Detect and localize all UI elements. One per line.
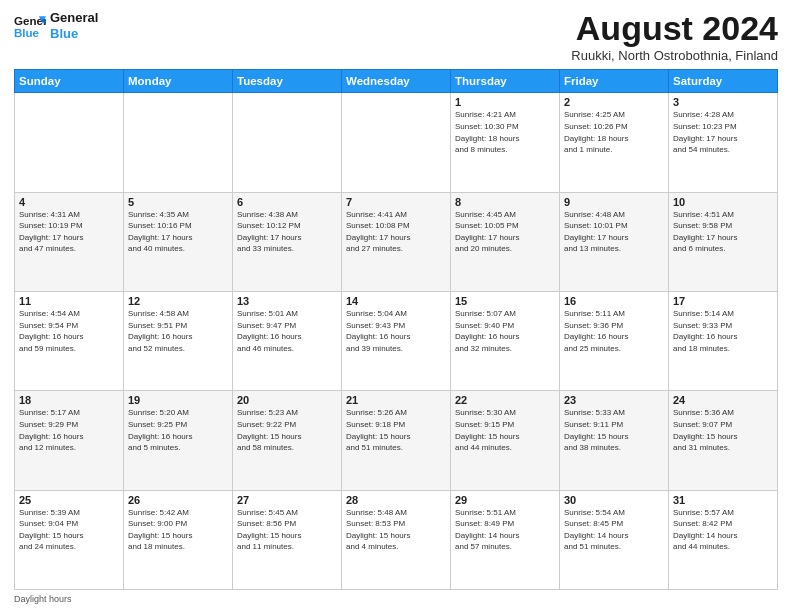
calendar-cell: 30Sunrise: 5:54 AM Sunset: 8:45 PM Dayli… (560, 490, 669, 589)
calendar-cell: 4Sunrise: 4:31 AM Sunset: 10:19 PM Dayli… (15, 192, 124, 291)
calendar-cell: 7Sunrise: 4:41 AM Sunset: 10:08 PM Dayli… (342, 192, 451, 291)
day-number: 15 (455, 295, 555, 307)
calendar-cell: 19Sunrise: 5:20 AM Sunset: 9:25 PM Dayli… (124, 391, 233, 490)
col-monday: Monday (124, 70, 233, 93)
day-number: 24 (673, 394, 773, 406)
calendar-cell: 20Sunrise: 5:23 AM Sunset: 9:22 PM Dayli… (233, 391, 342, 490)
calendar-cell (15, 93, 124, 192)
day-number: 14 (346, 295, 446, 307)
calendar-cell: 25Sunrise: 5:39 AM Sunset: 9:04 PM Dayli… (15, 490, 124, 589)
day-number: 27 (237, 494, 337, 506)
calendar-cell: 31Sunrise: 5:57 AM Sunset: 8:42 PM Dayli… (669, 490, 778, 589)
calendar-cell: 23Sunrise: 5:33 AM Sunset: 9:11 PM Dayli… (560, 391, 669, 490)
calendar-cell: 24Sunrise: 5:36 AM Sunset: 9:07 PM Dayli… (669, 391, 778, 490)
day-info: Sunrise: 5:14 AM Sunset: 9:33 PM Dayligh… (673, 308, 773, 354)
calendar-cell: 10Sunrise: 4:51 AM Sunset: 9:58 PM Dayli… (669, 192, 778, 291)
calendar-cell: 13Sunrise: 5:01 AM Sunset: 9:47 PM Dayli… (233, 292, 342, 391)
logo-text-blue: Blue (50, 26, 98, 42)
calendar-cell: 22Sunrise: 5:30 AM Sunset: 9:15 PM Dayli… (451, 391, 560, 490)
day-info: Sunrise: 5:23 AM Sunset: 9:22 PM Dayligh… (237, 407, 337, 453)
month-title: August 2024 (571, 10, 778, 47)
logo: General Blue General Blue (14, 10, 98, 41)
day-number: 17 (673, 295, 773, 307)
calendar-table: Sunday Monday Tuesday Wednesday Thursday… (14, 69, 778, 590)
day-info: Sunrise: 5:04 AM Sunset: 9:43 PM Dayligh… (346, 308, 446, 354)
day-info: Sunrise: 5:30 AM Sunset: 9:15 PM Dayligh… (455, 407, 555, 453)
day-info: Sunrise: 5:36 AM Sunset: 9:07 PM Dayligh… (673, 407, 773, 453)
calendar-row-4: 25Sunrise: 5:39 AM Sunset: 9:04 PM Dayli… (15, 490, 778, 589)
calendar-cell: 21Sunrise: 5:26 AM Sunset: 9:18 PM Dayli… (342, 391, 451, 490)
day-number: 19 (128, 394, 228, 406)
day-info: Sunrise: 5:20 AM Sunset: 9:25 PM Dayligh… (128, 407, 228, 453)
calendar-cell: 12Sunrise: 4:58 AM Sunset: 9:51 PM Dayli… (124, 292, 233, 391)
day-info: Sunrise: 4:31 AM Sunset: 10:19 PM Daylig… (19, 209, 119, 255)
calendar-cell (124, 93, 233, 192)
calendar-cell: 8Sunrise: 4:45 AM Sunset: 10:05 PM Dayli… (451, 192, 560, 291)
calendar-row-1: 4Sunrise: 4:31 AM Sunset: 10:19 PM Dayli… (15, 192, 778, 291)
day-info: Sunrise: 5:33 AM Sunset: 9:11 PM Dayligh… (564, 407, 664, 453)
day-number: 20 (237, 394, 337, 406)
calendar-cell (342, 93, 451, 192)
day-number: 30 (564, 494, 664, 506)
day-number: 5 (128, 196, 228, 208)
calendar-cell: 6Sunrise: 4:38 AM Sunset: 10:12 PM Dayli… (233, 192, 342, 291)
day-info: Sunrise: 4:48 AM Sunset: 10:01 PM Daylig… (564, 209, 664, 255)
col-wednesday: Wednesday (342, 70, 451, 93)
footer-note: Daylight hours (14, 594, 778, 604)
day-number: 6 (237, 196, 337, 208)
day-info: Sunrise: 5:17 AM Sunset: 9:29 PM Dayligh… (19, 407, 119, 453)
day-info: Sunrise: 4:41 AM Sunset: 10:08 PM Daylig… (346, 209, 446, 255)
header: General Blue General Blue August 2024 Ru… (14, 10, 778, 63)
calendar-cell: 1Sunrise: 4:21 AM Sunset: 10:30 PM Dayli… (451, 93, 560, 192)
col-sunday: Sunday (15, 70, 124, 93)
day-info: Sunrise: 5:48 AM Sunset: 8:53 PM Dayligh… (346, 507, 446, 553)
calendar-cell: 14Sunrise: 5:04 AM Sunset: 9:43 PM Dayli… (342, 292, 451, 391)
calendar-body: 1Sunrise: 4:21 AM Sunset: 10:30 PM Dayli… (15, 93, 778, 590)
page: General Blue General Blue August 2024 Ru… (0, 0, 792, 612)
day-number: 9 (564, 196, 664, 208)
day-info: Sunrise: 4:25 AM Sunset: 10:26 PM Daylig… (564, 109, 664, 155)
calendar-cell: 28Sunrise: 5:48 AM Sunset: 8:53 PM Dayli… (342, 490, 451, 589)
calendar-cell: 26Sunrise: 5:42 AM Sunset: 9:00 PM Dayli… (124, 490, 233, 589)
calendar-cell: 2Sunrise: 4:25 AM Sunset: 10:26 PM Dayli… (560, 93, 669, 192)
day-number: 23 (564, 394, 664, 406)
day-info: Sunrise: 4:45 AM Sunset: 10:05 PM Daylig… (455, 209, 555, 255)
col-tuesday: Tuesday (233, 70, 342, 93)
day-number: 11 (19, 295, 119, 307)
day-header-row: Sunday Monday Tuesday Wednesday Thursday… (15, 70, 778, 93)
col-saturday: Saturday (669, 70, 778, 93)
day-number: 22 (455, 394, 555, 406)
calendar-cell: 29Sunrise: 5:51 AM Sunset: 8:49 PM Dayli… (451, 490, 560, 589)
calendar-cell: 15Sunrise: 5:07 AM Sunset: 9:40 PM Dayli… (451, 292, 560, 391)
calendar-cell: 5Sunrise: 4:35 AM Sunset: 10:16 PM Dayli… (124, 192, 233, 291)
calendar-row-2: 11Sunrise: 4:54 AM Sunset: 9:54 PM Dayli… (15, 292, 778, 391)
day-info: Sunrise: 4:28 AM Sunset: 10:23 PM Daylig… (673, 109, 773, 155)
day-number: 13 (237, 295, 337, 307)
day-number: 28 (346, 494, 446, 506)
col-thursday: Thursday (451, 70, 560, 93)
calendar-header: Sunday Monday Tuesday Wednesday Thursday… (15, 70, 778, 93)
calendar-cell: 17Sunrise: 5:14 AM Sunset: 9:33 PM Dayli… (669, 292, 778, 391)
day-number: 18 (19, 394, 119, 406)
day-number: 1 (455, 96, 555, 108)
day-number: 26 (128, 494, 228, 506)
day-number: 16 (564, 295, 664, 307)
day-info: Sunrise: 5:42 AM Sunset: 9:00 PM Dayligh… (128, 507, 228, 553)
day-info: Sunrise: 5:39 AM Sunset: 9:04 PM Dayligh… (19, 507, 119, 553)
day-info: Sunrise: 4:58 AM Sunset: 9:51 PM Dayligh… (128, 308, 228, 354)
day-info: Sunrise: 5:54 AM Sunset: 8:45 PM Dayligh… (564, 507, 664, 553)
day-info: Sunrise: 4:51 AM Sunset: 9:58 PM Dayligh… (673, 209, 773, 255)
calendar-cell: 27Sunrise: 5:45 AM Sunset: 8:56 PM Dayli… (233, 490, 342, 589)
calendar-cell: 3Sunrise: 4:28 AM Sunset: 10:23 PM Dayli… (669, 93, 778, 192)
day-info: Sunrise: 5:07 AM Sunset: 9:40 PM Dayligh… (455, 308, 555, 354)
calendar-row-0: 1Sunrise: 4:21 AM Sunset: 10:30 PM Dayli… (15, 93, 778, 192)
day-number: 12 (128, 295, 228, 307)
day-number: 29 (455, 494, 555, 506)
calendar-cell: 11Sunrise: 4:54 AM Sunset: 9:54 PM Dayli… (15, 292, 124, 391)
title-area: August 2024 Ruukki, North Ostrobothnia, … (571, 10, 778, 63)
day-number: 7 (346, 196, 446, 208)
calendar-row-3: 18Sunrise: 5:17 AM Sunset: 9:29 PM Dayli… (15, 391, 778, 490)
day-number: 31 (673, 494, 773, 506)
calendar-cell (233, 93, 342, 192)
day-number: 4 (19, 196, 119, 208)
